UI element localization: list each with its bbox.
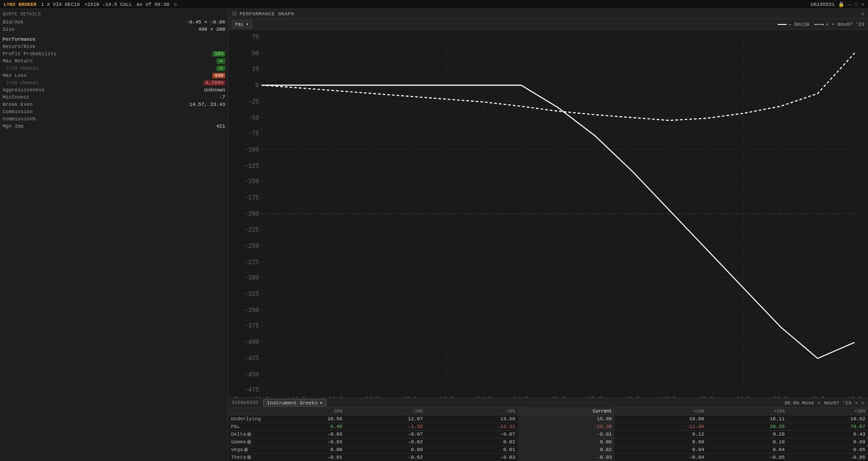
svg-text:-425: -425 bbox=[245, 355, 259, 362]
col-minus20: -20% bbox=[345, 408, 425, 415]
mininvest-row: MinInvest -7 bbox=[3, 94, 225, 101]
max-return-row: Max Return ∞ bbox=[3, 57, 225, 65]
svg-text:-100: -100 bbox=[245, 147, 259, 153]
maximize-icon[interactable]: □ bbox=[855, 2, 858, 7]
commission-pct-row: Commission% bbox=[3, 115, 225, 123]
cell-value: 19.62 bbox=[788, 415, 868, 423]
info-icon[interactable]: i bbox=[247, 455, 251, 460]
cell-value: 0.09 bbox=[614, 438, 707, 446]
quote-details-title: QUOTE DETAILS bbox=[3, 12, 225, 17]
col-current: Current bbox=[518, 408, 615, 415]
svg-text:0: 0 bbox=[255, 82, 259, 89]
max-return-sub-row: (<1% chance) ∞ bbox=[3, 65, 225, 72]
mgn-imp-label: Mgn Imp bbox=[3, 124, 24, 129]
svg-text:16.5: 16.5 bbox=[662, 396, 677, 398]
position-label: +2X19 -14.5 CALL bbox=[84, 2, 132, 7]
legend-dotted-line bbox=[815, 24, 824, 25]
svg-text:11.0: 11.0 bbox=[255, 396, 269, 398]
as-of-label: as of 09:30 bbox=[137, 2, 170, 7]
cell-value: 15.09 bbox=[518, 415, 615, 423]
cell-value: -0.02 bbox=[345, 438, 425, 446]
user-id: U6195551 bbox=[811, 2, 835, 7]
right-panel: ⛓ PERFORMANCE GRAPH ⚙ P&L ▾ — Dec20 bbox=[228, 9, 868, 461]
profit-prob-row: Profit Probability 39% bbox=[3, 50, 225, 57]
row-label: Deltai bbox=[228, 431, 264, 438]
close-icon[interactable]: ✕ bbox=[861, 1, 864, 7]
settings-icon[interactable]: ⚙ bbox=[861, 400, 864, 406]
row-label: Gammai bbox=[228, 438, 264, 446]
legend-dec20-label: — Dec20 bbox=[788, 22, 809, 27]
cell-value: -0.03 bbox=[518, 454, 615, 461]
col-minus10: -10% bbox=[425, 408, 518, 415]
cell-value: 12.07 bbox=[345, 415, 425, 423]
return-risk-row: Return/Risk bbox=[3, 43, 225, 50]
cell-value: -0.04 bbox=[614, 454, 707, 461]
cell-value: -0.01 bbox=[518, 431, 615, 438]
svg-text:13.5: 13.5 bbox=[440, 396, 454, 398]
break-even-label: Break Even bbox=[3, 102, 33, 107]
cell-value: 0.00 bbox=[345, 446, 425, 454]
break-even-row: Break Even 14.57, 23.43 bbox=[3, 101, 225, 108]
cell-value: -0.03 bbox=[425, 454, 518, 461]
svg-text:50: 50 bbox=[252, 50, 259, 57]
info-icon[interactable]: i bbox=[244, 447, 248, 452]
cell-value: -0.05 bbox=[707, 454, 788, 461]
commission-label: Commission bbox=[3, 109, 33, 114]
cell-value: -20.38 bbox=[518, 423, 615, 431]
chevron-down-icon-date[interactable]: ▾ bbox=[855, 400, 858, 406]
mgn-imp-row: Mgn Imp 421 bbox=[3, 123, 225, 130]
svg-text:12.5: 12.5 bbox=[366, 396, 380, 398]
minimize-icon[interactable]: — bbox=[848, 2, 851, 7]
return-risk-label: Return/Risk bbox=[3, 44, 36, 49]
svg-text:-275: -275 bbox=[245, 259, 259, 266]
cell-value: 0.10 bbox=[707, 438, 788, 446]
svg-text:15.0: 15.0 bbox=[551, 396, 566, 398]
svg-text:-50: -50 bbox=[248, 114, 259, 121]
svg-text:18.5: 18.5 bbox=[811, 396, 825, 398]
max-loss-label: Max Loss bbox=[3, 73, 27, 78]
col-plus30: +30% bbox=[788, 408, 868, 415]
table-row: P&L6.45-1.35-13.31-20.38-11.6620.3578.07 bbox=[228, 423, 868, 431]
svg-text:-450: -450 bbox=[245, 371, 259, 378]
svg-text:-75: -75 bbox=[248, 130, 259, 137]
max-return-sub-label: (<1% chance) bbox=[3, 66, 39, 71]
cell-value: -13.31 bbox=[425, 423, 518, 431]
mgn-imp-value: 421 bbox=[216, 124, 225, 129]
svg-text:-125: -125 bbox=[245, 163, 259, 170]
graph-title: PERFORMANCE GRAPH bbox=[240, 11, 294, 17]
svg-text:75: 75 bbox=[252, 34, 259, 41]
break-even-value: 14.57, 23.43 bbox=[189, 102, 225, 107]
table-row: Deltai-0.03-0.07-0.07-0.010.120.280.43 bbox=[228, 431, 868, 438]
cell-value: -1.35 bbox=[345, 423, 425, 431]
chevron-down-icon: ▾ bbox=[246, 21, 249, 27]
svg-text:14.0: 14.0 bbox=[477, 396, 491, 398]
cell-value: 0.00 bbox=[264, 446, 345, 454]
chevron-down-icon: ▾ bbox=[320, 400, 323, 406]
max-loss-sub-row: (<1% chance) 6,288% bbox=[3, 79, 225, 86]
svg-text:11.5: 11.5 bbox=[292, 396, 306, 398]
greeks-button[interactable]: Instrument Greeks ▾ bbox=[263, 399, 327, 407]
performance-label: Performance bbox=[3, 37, 225, 42]
top-bar: LYNX BROKER 1 X VIX DEC19 +2X19 -14.5 CA… bbox=[0, 0, 868, 9]
aggressiveness-label: Aggressiveness bbox=[3, 87, 44, 93]
refresh-icon[interactable]: ↻ bbox=[174, 1, 177, 7]
graph-header: ⛓ PERFORMANCE GRAPH ⚙ bbox=[228, 9, 868, 19]
profit-prob-label: Profit Probability bbox=[3, 51, 57, 57]
left-panel: QUOTE DETAILS Bid/Ask -0.45 × -0.06 Size… bbox=[0, 9, 228, 461]
row-label: P&L bbox=[228, 423, 264, 431]
mininvest-label: MinInvest bbox=[3, 95, 29, 100]
chevron-down-icon-move[interactable]: ▾ bbox=[818, 400, 821, 406]
scenarios-bar: SCENARIOS Instrument Greeks ▾ 30.0% Move… bbox=[228, 398, 868, 408]
pnl-dropdown[interactable]: P&L ▾ bbox=[232, 20, 252, 28]
legend-dec20: — Dec20 bbox=[778, 22, 809, 27]
info-icon[interactable]: i bbox=[247, 432, 251, 437]
table-row: Gammai-0.03-0.020.020.060.090.100.09 bbox=[228, 438, 868, 446]
info-icon[interactable]: i bbox=[247, 440, 251, 444]
greeks-label: Instrument Greeks bbox=[267, 400, 318, 406]
graph-settings-icon[interactable]: ⚙ bbox=[861, 11, 864, 17]
profit-prob-value: 39% bbox=[212, 51, 225, 57]
svg-text:15.5: 15.5 bbox=[588, 396, 603, 398]
cell-value: 16.60 bbox=[614, 415, 707, 423]
col-plus20: +20% bbox=[707, 408, 788, 415]
svg-text:18.0: 18.0 bbox=[774, 396, 788, 398]
